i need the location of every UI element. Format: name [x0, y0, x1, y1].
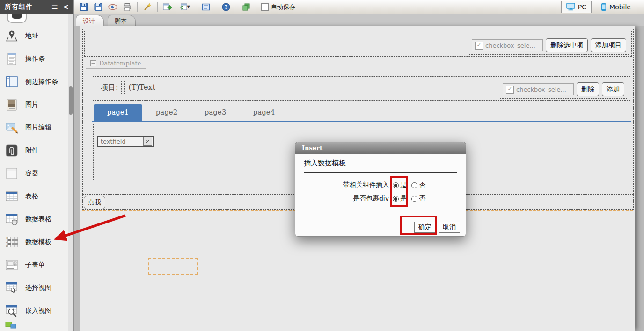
pc-monitor-icon [566, 3, 575, 11]
sidebar-item-data-template[interactable]: 123 数据模板 [0, 230, 68, 253]
template-top-row[interactable]: checkbox_sele... 删除选中项 添加项目 [84, 31, 632, 57]
save-as-icon[interactable] [92, 1, 104, 13]
item-text-field[interactable]: (T)Text [124, 81, 159, 94]
toolbar-separator [157, 2, 158, 12]
editor-tab-strip: 设计 脚本 [74, 14, 644, 26]
sidebar-item-select-view[interactable]: 选择视图 [0, 276, 68, 299]
address-icon [4, 29, 19, 43]
component-list: 地址 操作条 侧边操作条 图片 图片编辑 [0, 14, 68, 331]
svg-text:3: 3 [6, 244, 7, 248]
scrollbar-thumb[interactable] [69, 86, 73, 115]
item-label-field[interactable]: 项目: [97, 81, 122, 94]
option-row-related-components: 带相关组件插入 是 否 [295, 180, 466, 190]
action-bar-icon [4, 51, 19, 66]
tab-page1[interactable]: page1 [94, 104, 142, 121]
tab-page2[interactable]: page2 [142, 104, 191, 121]
autosave-checkbox[interactable] [261, 3, 269, 11]
container-icon [4, 166, 19, 181]
sidebar-item-image[interactable]: 图片 [0, 93, 68, 116]
sidebar-item-address[interactable]: 地址 [0, 24, 68, 47]
svg-text:1: 1 [6, 237, 7, 240]
sidebar-item-clipped[interactable] [0, 14, 68, 24]
sidebar-item-data-table[interactable]: 数据表格 [0, 208, 68, 230]
checkbox-icon[interactable] [506, 86, 514, 94]
textfield-widget[interactable] [97, 136, 154, 147]
preview-icon[interactable] [107, 1, 119, 13]
toolbar-separator [137, 2, 138, 12]
item-button-group[interactable]: checkbox_sele... 删除 添加 [500, 80, 627, 99]
dialog-title-bar[interactable]: Insert [295, 142, 466, 154]
delete-selected-button[interactable]: 删除选中项 [546, 38, 588, 52]
import-icon[interactable]: ▼ [176, 1, 192, 13]
dialog-body: 插入数据模板 带相关组件插入 是 否 是否包裹div 是 否 确定 取消 [295, 154, 466, 236]
device-pc-button[interactable]: PC [561, 1, 592, 13]
item-row[interactable]: 项目: (T)Text checkbox_sele... 删除 添加 [93, 76, 630, 101]
sidebar-item-container[interactable]: 容器 [0, 162, 68, 185]
sidebar-title: 所有组件 [5, 3, 33, 11]
datatemplate-tag[interactable]: Datatemplate [86, 58, 146, 69]
sidebar-item-embed-view[interactable]: 嵌入视图 [0, 299, 68, 322]
device-mobile-button[interactable]: Mobile [596, 1, 636, 13]
formula-edit-icon[interactable] [143, 137, 152, 146]
checkbox-select-all-field[interactable]: checkbox_sele... [472, 39, 543, 51]
data-template-icon: 123 [4, 235, 19, 250]
image-icon [4, 97, 19, 112]
attachment-icon [4, 143, 19, 158]
top-button-group[interactable]: checkbox_sele... 删除选中项 添加项目 [469, 36, 629, 55]
checkbox-select-field[interactable]: checkbox_sele... [503, 83, 574, 95]
main-toolbar: ▼ ? 自动保存 PC Mobile [74, 0, 644, 14]
data-table-icon [4, 212, 19, 227]
export-icon[interactable] [161, 1, 174, 13]
mobile-phone-icon [601, 3, 607, 11]
svg-text:2: 2 [6, 240, 7, 244]
annotation-rect-radios [390, 176, 408, 207]
sidebar-item-partial[interactable] [0, 322, 68, 331]
sidebar-item-attachment[interactable]: 附件 [0, 139, 68, 162]
sidebar-item-action-bar[interactable]: 操作条 [0, 47, 68, 70]
click-me-button[interactable]: 点我 [84, 196, 105, 209]
components-sidebar: 所有组件 ≡ < 地址 操作条 侧边操作条 [0, 0, 74, 331]
radio-no[interactable] [411, 196, 417, 202]
print-icon[interactable] [121, 1, 133, 13]
sidebar-item-side-action-bar[interactable]: 侧边操作条 [0, 70, 68, 93]
insert-dialog: Insert 插入数据模板 带相关组件插入 是 否 是否包裹div 是 否 确定… [295, 142, 466, 237]
dialog-heading: 插入数据模板 [304, 159, 457, 173]
help-icon[interactable]: ? [220, 1, 232, 13]
tab-page3[interactable]: page3 [191, 104, 240, 121]
delete-button[interactable]: 删除 [577, 82, 599, 96]
svg-text:?: ? [225, 4, 227, 10]
toolbar-separator [256, 2, 256, 12]
checkbox-icon[interactable] [475, 42, 483, 50]
drop-placeholder-rect [148, 258, 198, 275]
save-icon[interactable] [78, 1, 90, 13]
radio-no[interactable] [411, 182, 417, 188]
toolbar-separator [216, 2, 216, 12]
autosave-toggle[interactable]: 自动保存 [261, 3, 295, 11]
collapse-sidebar-icon[interactable]: < [63, 3, 69, 11]
side-action-bar-icon [4, 74, 19, 89]
clipped-button-icon [7, 14, 27, 23]
table-icon [4, 189, 19, 204]
sidebar-item-image-edit[interactable]: 图片编辑 [0, 116, 68, 139]
option-row-wrap-div: 是否包裹div 是 否 [295, 194, 466, 204]
form-list-icon[interactable] [200, 1, 212, 13]
clipped-green-icon [4, 322, 19, 331]
add-item-button[interactable]: 添加项目 [591, 38, 626, 52]
sidebar-scrollbar[interactable] [68, 14, 73, 331]
sidebar-item-subform[interactable]: 子表单 [0, 253, 68, 276]
textfield-input[interactable] [98, 138, 143, 145]
wand-icon[interactable] [141, 1, 154, 13]
tab-page4[interactable]: page4 [240, 104, 288, 121]
dropdown-caret-icon: ▼ [187, 5, 190, 9]
tab-script[interactable]: 脚本 [108, 15, 136, 26]
add-button[interactable]: 添加 [602, 82, 624, 96]
select-view-icon [4, 281, 19, 295]
layers-icon[interactable] [240, 1, 252, 13]
tab-design[interactable]: 设计 [76, 15, 104, 26]
cancel-button[interactable]: 取消 [439, 222, 460, 233]
menu-icon[interactable]: ≡ [51, 3, 58, 11]
sidebar-item-table[interactable]: 表格 [0, 185, 68, 208]
annotation-rect-ok [400, 216, 437, 235]
tab-underline [92, 121, 631, 122]
subform-icon [4, 258, 19, 273]
